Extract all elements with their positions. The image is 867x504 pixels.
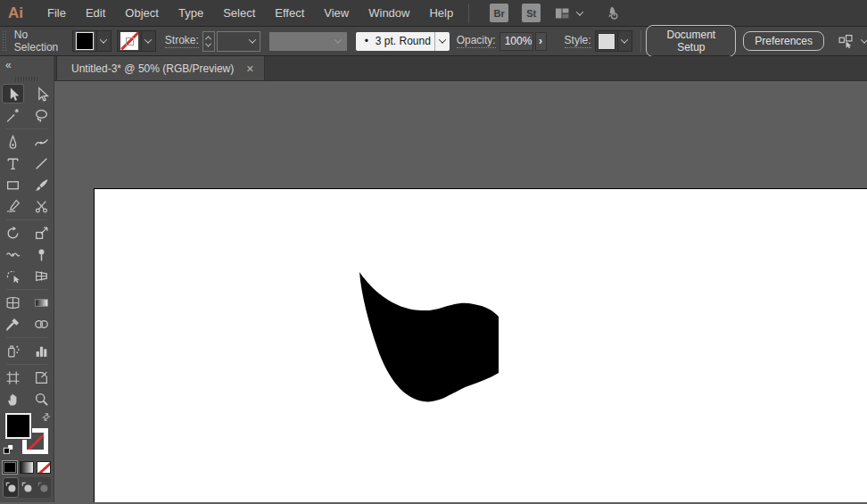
select-similar-button[interactable] xyxy=(837,34,867,49)
menu-view[interactable]: View xyxy=(314,0,359,27)
chevron-down-icon[interactable] xyxy=(576,8,583,15)
document-setup-button[interactable]: Document Setup xyxy=(646,25,736,57)
menu-effect[interactable]: Effect xyxy=(265,0,314,27)
scale-tool[interactable] xyxy=(30,223,53,243)
style-swatch[interactable] xyxy=(598,33,615,50)
artboard-icon xyxy=(5,370,21,385)
curvature-tool[interactable] xyxy=(30,132,53,152)
magic-wand-icon xyxy=(5,108,21,123)
menu-object[interactable]: Object xyxy=(115,0,169,27)
lasso-tool[interactable] xyxy=(30,105,53,125)
variable-width-profile-select-disabled xyxy=(269,32,347,51)
menu-window[interactable]: Window xyxy=(359,0,419,27)
tools-panel-grip[interactable] xyxy=(0,74,54,83)
menu-help[interactable]: Help xyxy=(419,0,463,27)
stroke-weight-select[interactable] xyxy=(217,31,260,52)
width-tool[interactable] xyxy=(2,244,24,264)
slice-tool[interactable] xyxy=(30,368,53,387)
stroke-weight-stepper[interactable] xyxy=(202,31,215,52)
gpu-performance-button[interactable] xyxy=(602,5,621,21)
brush-definition-dropdown[interactable] xyxy=(434,32,450,51)
document-tab-title: Untitled-3* @ 50% (RGB/Preview) xyxy=(71,62,234,75)
lasso-icon xyxy=(34,108,49,123)
mesh-tool[interactable] xyxy=(2,293,24,312)
stock-button[interactable]: St xyxy=(522,4,541,22)
slice-icon xyxy=(34,370,49,385)
style-panel-link[interactable]: Style: xyxy=(565,34,591,48)
tools-divider xyxy=(6,337,47,338)
artboard-tool[interactable] xyxy=(2,368,24,387)
scissors-tool[interactable] xyxy=(30,196,53,216)
control-bar-grip[interactable] xyxy=(2,30,7,52)
bridge-button[interactable]: Br xyxy=(490,4,508,22)
zoom-icon xyxy=(34,392,49,407)
column-graph-tool[interactable] xyxy=(30,341,53,360)
stroke-panel-link[interactable]: Stroke: xyxy=(165,34,199,48)
tab-bar: Untitled-3* @ 50% (RGB/Preview) × xyxy=(54,56,867,81)
type-tool[interactable] xyxy=(2,153,24,173)
eyedropper-tool[interactable] xyxy=(2,314,24,334)
close-tab-icon[interactable]: × xyxy=(246,62,253,75)
menu-edit[interactable]: Edit xyxy=(76,0,115,27)
perspective-grid-tool[interactable] xyxy=(30,266,53,285)
zoom-tool[interactable] xyxy=(30,389,53,409)
swap-fill-stroke-button[interactable]: ⇄ xyxy=(39,410,53,425)
hand-tool[interactable] xyxy=(2,389,24,409)
fill-color-control xyxy=(72,30,111,52)
blend-tool[interactable] xyxy=(30,314,53,334)
default-fill-stroke-button[interactable] xyxy=(3,443,15,459)
direct-selection-tool[interactable] xyxy=(30,84,53,103)
brush-definition-value: 3 pt. Round xyxy=(376,35,431,47)
menu-type[interactable]: Type xyxy=(169,0,213,27)
draw-behind-mode[interactable] xyxy=(19,477,35,498)
shaper-tool[interactable] xyxy=(2,196,24,216)
stroke-color-dropdown[interactable] xyxy=(141,31,155,51)
fill-color-dropdown[interactable] xyxy=(96,31,111,51)
style-dropdown[interactable] xyxy=(617,31,632,51)
pen-tool[interactable] xyxy=(2,132,24,152)
menu-file[interactable]: File xyxy=(37,0,76,27)
paint-color-button[interactable] xyxy=(3,461,17,474)
shape-builder-tool[interactable] xyxy=(2,266,24,285)
stepper-down-icon[interactable] xyxy=(205,40,211,46)
drawn-shape[interactable] xyxy=(359,272,499,401)
line-segment-tool[interactable] xyxy=(30,153,53,173)
rectangle-tool[interactable] xyxy=(2,175,24,194)
gradient-tool[interactable] xyxy=(30,293,53,312)
shaper-icon xyxy=(5,199,21,214)
magic-wand-tool[interactable] xyxy=(2,105,24,125)
paint-gradient-button[interactable] xyxy=(20,461,34,474)
preferences-button[interactable]: Preferences xyxy=(743,31,824,51)
hand-icon xyxy=(5,392,21,407)
document-tab[interactable]: Untitled-3* @ 50% (RGB/Preview) × xyxy=(56,56,265,80)
symbol-sprayer-tool[interactable] xyxy=(2,341,24,360)
workspace-switcher-button[interactable] xyxy=(554,6,582,21)
menubar: Ai FileEditObjectTypeSelectEffectViewWin… xyxy=(0,0,867,27)
stroke-weight-dropdown[interactable] xyxy=(245,31,260,51)
opacity-more-button[interactable]: › xyxy=(535,32,547,51)
rotate-tool[interactable] xyxy=(2,223,24,243)
fill-color-swatch[interactable] xyxy=(76,32,94,50)
opacity-panel-link[interactable]: Opacity: xyxy=(457,34,496,48)
menu-select[interactable]: Select xyxy=(213,0,265,27)
fill-indicator-black[interactable] xyxy=(5,413,31,439)
collapse-panel-button[interactable]: « xyxy=(5,59,11,71)
mesh-icon xyxy=(5,295,21,310)
tools-divider xyxy=(6,219,47,220)
selection-tool[interactable] xyxy=(2,84,24,103)
stroke-color-swatch[interactable] xyxy=(120,32,138,50)
draw-mode-icon xyxy=(4,481,18,494)
brush-definition-select[interactable]: • 3 pt. Round xyxy=(356,32,450,51)
chevron-down-icon[interactable] xyxy=(861,36,867,43)
scale-icon xyxy=(34,226,49,241)
menubar-divider xyxy=(468,4,469,23)
canvas[interactable] xyxy=(54,81,867,502)
blend-icon xyxy=(34,317,49,332)
opacity-input[interactable] xyxy=(500,32,533,51)
pen-icon xyxy=(5,135,21,150)
puppet-warp-tool[interactable] xyxy=(30,244,53,264)
paintbrush-tool[interactable] xyxy=(30,175,53,194)
paint-none-button[interactable] xyxy=(37,461,51,474)
curvature-icon xyxy=(34,135,49,150)
draw-normal-mode[interactable] xyxy=(3,477,19,498)
